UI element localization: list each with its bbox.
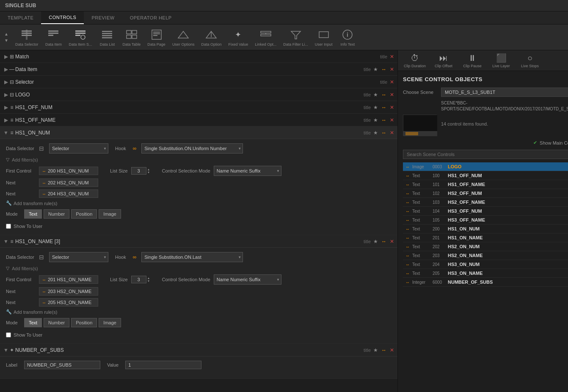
ds-select-wrap-2[interactable]: Selector: [49, 252, 108, 262]
scene-item-hs1-on-num[interactable]: ↔ Text 200 HS1_ON_NUM: [403, 225, 568, 233]
expand-hs1-off-name[interactable]: ▶: [3, 118, 8, 123]
row-number-of-subs[interactable]: ▼ ✦ NUMBER_OF_SUBS title ★ ↔ ✕: [0, 344, 397, 356]
show-user-check-1[interactable]: [6, 224, 11, 229]
scene-item-num-of-subs[interactable]: ↔ Integer 6000 NUMBER_OF_SUBS: [403, 278, 568, 287]
list-size-up-1[interactable]: ▲: [147, 168, 150, 171]
toolbar-arrow-up[interactable]: ▲: [3, 31, 9, 37]
filter-row-1[interactable]: ▽ Add filters(s): [6, 157, 392, 162]
toolbar-info-text[interactable]: i Info Text: [336, 26, 358, 48]
row-data-item[interactable]: ▶ — Data Item title ★ ↔ ✕: [0, 63, 397, 76]
ds-select-2[interactable]: Selector: [49, 252, 108, 262]
toolbar-user-options[interactable]: User Options: [170, 26, 197, 48]
num-subs-link[interactable]: ↔: [381, 347, 386, 353]
show-user-check-2[interactable]: [6, 332, 11, 337]
clip-pause-item[interactable]: ⏸ Clip Pause: [460, 53, 485, 68]
hook-select-wrap-2[interactable]: Single Substitution.ON.Last: [141, 252, 243, 262]
mode-position-2[interactable]: Position: [71, 318, 97, 327]
hook-select-wrap-1[interactable]: Single Substitution.ON.Uniform Number: [141, 143, 243, 154]
expand-hs1-off-num[interactable]: ▶: [3, 105, 8, 110]
toolbar-data-item-s[interactable]: Data Item S...: [66, 26, 94, 48]
live-layer-item[interactable]: ⬛ Live Layer: [488, 53, 514, 68]
clip-offset-item[interactable]: ⏭ Clip Offset: [431, 53, 456, 68]
expand-num-subs[interactable]: ▼: [3, 348, 8, 353]
choose-scene-input[interactable]: [441, 88, 568, 97]
toolbar-data-selector[interactable]: Data Selector: [13, 26, 41, 48]
expand-match[interactable]: ▶: [3, 54, 8, 59]
data-item-close[interactable]: ✕: [390, 66, 394, 72]
row-logo[interactable]: ▶ ⊟ LOGO title ★ ↔ ✕: [0, 88, 397, 101]
tab-controls[interactable]: CONTROLS: [41, 11, 84, 24]
toolbar-user-input[interactable]: User Input: [312, 26, 335, 48]
logo-star[interactable]: ★: [373, 92, 378, 98]
toolbar-data-item[interactable]: Data Item: [42, 26, 64, 48]
hs1-off-name-star[interactable]: ★: [373, 117, 378, 123]
scene-item-logo[interactable]: ↔ Image 0003 LOGO: [403, 162, 568, 171]
transform-link-1[interactable]: 🔧 Add transform rule(s): [6, 200, 392, 206]
hook-select-1[interactable]: Single Substitution.ON.Uniform Number: [141, 143, 243, 154]
list-size-spinner-1[interactable]: ▲ ▼: [131, 167, 150, 175]
hs1-on-num-link[interactable]: ↔: [381, 130, 386, 136]
hs1-on-name-star[interactable]: ★: [373, 238, 378, 244]
mode-image-1[interactable]: Image: [99, 209, 121, 219]
tab-template[interactable]: TEMPLATE: [0, 12, 41, 24]
toolbar-data-list[interactable]: Data List: [96, 26, 118, 48]
list-size-spinner-2[interactable]: ▲ ▼: [131, 276, 150, 283]
toolbar-data-table[interactable]: Data Table: [120, 26, 143, 48]
expand-logo[interactable]: ▶: [3, 92, 8, 97]
toolbar-arrow-down[interactable]: ▼: [3, 37, 9, 44]
row-hs1-off-num[interactable]: ▶ ≡ HS1_OFF_NUM title ★ ↔ ✕: [0, 101, 397, 114]
data-item-star[interactable]: ★: [373, 66, 378, 72]
hs1-on-num-close[interactable]: ✕: [390, 130, 394, 136]
scene-item-hs3-off-name[interactable]: ↔ Text 105 HS3_OFF_NAME: [403, 216, 568, 225]
num-subs-star[interactable]: ★: [373, 347, 378, 353]
expand-hs1-on-num[interactable]: ▼: [3, 130, 8, 135]
row-hs1-on-num[interactable]: ▼ ≡ HS1_ON_NUM title ★ ↔ ✕: [0, 126, 397, 139]
filter-row-2[interactable]: ▽ Add filters(s): [6, 266, 392, 271]
logo-link[interactable]: ↔: [381, 92, 386, 98]
mode-text-1[interactable]: Text: [24, 209, 42, 219]
scene-item-hs3-on-num[interactable]: ↔ Text 204 HS3_ON_NUM: [403, 260, 568, 269]
ds-select-1[interactable]: Selector: [49, 143, 108, 154]
toolbar-data-page[interactable]: Data Page: [145, 26, 168, 48]
scene-item-hs2-off-num[interactable]: ↔ Text 102 HS2_OFF_NUM: [403, 189, 568, 198]
search-scene-controls[interactable]: [403, 150, 568, 159]
row-match[interactable]: ▶ ⊞ Match title ✕: [0, 50, 397, 63]
match-close[interactable]: ✕: [390, 54, 394, 60]
toolbar-data-filter[interactable]: Data Filter Li...: [281, 26, 311, 48]
tab-operator-help[interactable]: OPERATOR HELP: [122, 12, 179, 24]
data-item-link[interactable]: ↔: [381, 66, 386, 72]
csm-select-wrap-1[interactable]: Name Numeric Suffix: [214, 166, 281, 176]
row-hs1-on-name[interactable]: ▼ ≡ HS1_ON_NAME [3] title ★ ↔ ✕: [0, 235, 397, 248]
toolbar-scroll-arrows[interactable]: ▲ ▼: [3, 31, 9, 44]
selector-close[interactable]: ✕: [390, 79, 394, 85]
toolbar-data-option[interactable]: Data Option: [199, 26, 224, 48]
clip-duration-item[interactable]: ⏱ Clip Duration: [402, 53, 427, 68]
toolbar-linked-opt[interactable]: Linked Opt...: [252, 26, 279, 48]
mode-image-2[interactable]: Image: [99, 318, 121, 327]
scene-item-hs2-on-name[interactable]: ↔ Text 203 HS2_ON_NAME: [403, 251, 568, 260]
csm-select-1[interactable]: Name Numeric Suffix: [214, 166, 281, 176]
label-field-input[interactable]: [24, 361, 100, 369]
live-stops-item[interactable]: ○ Live Stops: [517, 53, 543, 68]
expand-hs1-on-name[interactable]: ▼: [3, 239, 8, 244]
hs1-off-num-close[interactable]: ✕: [390, 104, 394, 110]
mode-position-1[interactable]: Position: [71, 209, 97, 219]
scene-item-hs1-on-name[interactable]: ↔ Text 201 HS1_ON_NAME: [403, 233, 568, 242]
num-subs-close[interactable]: ✕: [390, 347, 394, 353]
hs1-on-name-close[interactable]: ✕: [390, 238, 394, 244]
csm-select-2[interactable]: Name Numeric Suffix: [214, 274, 281, 285]
scene-item-hs2-off-name[interactable]: ↔ Text 103 HS2_OFF_NAME: [403, 198, 568, 207]
hook-select-2[interactable]: Single Substitution.ON.Last: [141, 252, 243, 262]
list-size-spinbtns-1[interactable]: ▲ ▼: [147, 168, 150, 174]
expand-selector[interactable]: ▶: [3, 79, 8, 85]
scene-item-hs3-on-name[interactable]: ↔ Text 205 HS3_ON_NAME: [403, 269, 568, 278]
logo-close[interactable]: ✕: [390, 92, 394, 98]
list-size-input-2[interactable]: [131, 276, 146, 283]
list-size-up-2[interactable]: ▲: [147, 277, 150, 280]
transform-link-2[interactable]: 🔧 Add transform rule(s): [6, 309, 392, 315]
expand-data-item[interactable]: ▶: [3, 67, 8, 72]
mode-number-2[interactable]: Number: [44, 318, 69, 327]
scene-item-hs3-off-num[interactable]: ↔ Text 104 HS3_OFF_NUM: [403, 207, 568, 216]
hs1-off-num-link[interactable]: ↔: [381, 104, 386, 110]
toolbar-fixed-value[interactable]: ✦ Fixed Value: [226, 26, 251, 48]
